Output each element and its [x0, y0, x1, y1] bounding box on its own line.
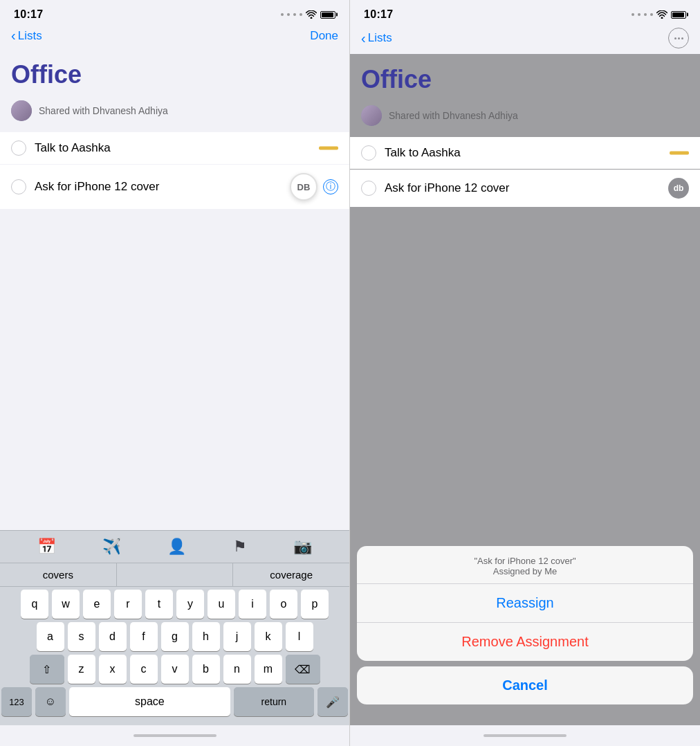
key-h[interactable]: h	[192, 622, 220, 651]
key-e[interactable]: e	[83, 590, 111, 619]
status-time-right: 10:17	[364, 8, 393, 21]
signal-dot-r1	[632, 13, 634, 16]
avatar-initials-right: db	[674, 183, 684, 193]
task-avatar-db-left[interactable]: DB	[290, 173, 317, 201]
task-checkbox-1-left[interactable]	[11, 140, 26, 156]
wifi-icon-right	[656, 10, 667, 19]
signal-dot-r4	[650, 13, 653, 16]
key-mic[interactable]: 🎤	[317, 687, 348, 716]
key-q[interactable]: q	[21, 590, 48, 619]
key-l[interactable]: l	[286, 622, 313, 651]
signal-dot3	[293, 13, 296, 16]
keyboard-tool-location[interactable]: ✈️	[102, 538, 121, 556]
key-i[interactable]: i	[239, 590, 266, 619]
keyboard-tool-person[interactable]: 👤	[167, 538, 186, 556]
key-shift[interactable]: ⇧	[30, 655, 64, 684]
task-checkbox-2-left[interactable]	[11, 179, 26, 194]
status-bar-right: 10:17	[350, 0, 700, 25]
key-s[interactable]: s	[68, 622, 95, 651]
more-dot-1	[674, 37, 676, 39]
list-title-right: Office	[350, 65, 700, 94]
task-yellow-bar-left	[319, 147, 338, 150]
key-u[interactable]: u	[208, 590, 235, 619]
signal-dot-r2	[638, 13, 641, 16]
signal-dot4	[300, 13, 302, 16]
autocomplete-coverage[interactable]: coverage	[233, 563, 349, 586]
key-b[interactable]: b	[192, 655, 220, 684]
more-dot-2	[678, 37, 680, 39]
key-d[interactable]: d	[99, 622, 127, 651]
reassign-button[interactable]: Reassign	[357, 584, 693, 623]
more-dot-3	[681, 37, 683, 39]
remove-assignment-button[interactable]: Remove Assignment	[357, 623, 693, 661]
wifi-icon	[306, 10, 317, 19]
status-time-left: 10:17	[14, 8, 43, 21]
done-button[interactable]: Done	[310, 29, 338, 43]
key-o[interactable]: o	[270, 590, 297, 619]
home-indicator-left	[0, 725, 349, 746]
task-item-1-right[interactable]: Talk to Aashka	[350, 137, 700, 169]
avatar-image-right	[361, 105, 382, 126]
keyboard-tool-calendar[interactable]: 📅	[37, 538, 56, 556]
autocomplete-bar: covers coverage	[0, 563, 349, 587]
right-panel: 10:17 ‹ Lists	[350, 0, 700, 746]
shared-text-right: Shared with Dhvanesh Adhiya	[389, 110, 518, 121]
key-g[interactable]: g	[161, 622, 189, 651]
back-button-left[interactable]: ‹ Lists	[11, 28, 42, 44]
key-k[interactable]: k	[255, 622, 282, 651]
left-panel: 10:17 ‹ Lists Done Office	[0, 0, 350, 746]
back-label-right: Lists	[368, 31, 392, 45]
keyboard-tool-camera[interactable]: 📷	[293, 538, 312, 556]
task-item-1-left[interactable]: Talk to Aashka	[0, 132, 349, 164]
task-item-2-right[interactable]: Ask for iPhone 12 cover db	[350, 170, 700, 207]
status-icons-right	[632, 10, 686, 19]
key-t[interactable]: t	[145, 590, 173, 619]
key-n[interactable]: n	[223, 655, 251, 684]
back-label-left: Lists	[18, 29, 42, 43]
key-row-4: 123 ☺ space return 🎤	[1, 687, 348, 716]
key-c[interactable]: c	[130, 655, 158, 684]
task-label-1-right: Talk to Aashka	[385, 146, 689, 160]
autocomplete-covers[interactable]: covers	[0, 563, 117, 586]
key-x[interactable]: x	[99, 655, 127, 684]
nav-bar-left: ‹ Lists Done	[0, 25, 349, 49]
avatar-initials-left: DB	[297, 182, 311, 192]
keyboard: q w e r t y u i o p a s d f g h j k l ⇧ …	[0, 587, 349, 725]
key-p[interactable]: p	[301, 590, 329, 619]
task-item-2-left[interactable]: Ask for iPhone 12 cover DB ⓘ	[0, 165, 349, 209]
info-icon-left[interactable]: ⓘ	[323, 179, 338, 194]
signal-dot-r3	[644, 13, 647, 16]
cancel-button[interactable]: Cancel	[357, 666, 693, 704]
task-avatar-db-right[interactable]: db	[668, 178, 689, 199]
key-z[interactable]: z	[68, 655, 95, 684]
key-j[interactable]: j	[223, 622, 251, 651]
task-checkbox-1-right[interactable]	[361, 145, 376, 161]
action-sheet-main: "Ask for iPhone 12 cover" Assigned by Me…	[357, 546, 693, 661]
key-space[interactable]: space	[69, 687, 230, 716]
task-label-1-left: Talk to Aashka	[35, 141, 338, 155]
key-a[interactable]: a	[37, 622, 64, 651]
key-row-1: q w e r t y u i o p	[1, 590, 348, 619]
back-button-right[interactable]: ‹ Lists	[361, 30, 392, 46]
key-return[interactable]: return	[234, 687, 314, 716]
key-y[interactable]: y	[176, 590, 204, 619]
home-bar-left	[133, 734, 217, 737]
shared-avatar-left	[11, 100, 32, 121]
shared-avatar-right	[361, 105, 382, 126]
key-emoji[interactable]: ☺	[35, 687, 66, 716]
keyboard-tool-flag[interactable]: ⚑	[233, 538, 247, 556]
shared-row-left: Shared with Dhvanesh Adhiya	[0, 96, 349, 125]
more-button-right[interactable]	[668, 28, 689, 48]
key-v[interactable]: v	[161, 655, 189, 684]
key-f[interactable]: f	[130, 622, 158, 651]
key-m[interactable]: m	[255, 655, 282, 684]
task-yellow-bar-right	[670, 152, 689, 155]
content-left: Office Shared with Dhvanesh Adhiya Talk …	[0, 49, 349, 530]
key-w[interactable]: w	[52, 590, 80, 619]
key-delete[interactable]: ⌫	[286, 655, 320, 684]
key-123[interactable]: 123	[1, 687, 32, 716]
chevron-left-icon: ‹	[11, 28, 16, 44]
list-title-left: Office	[0, 60, 349, 89]
task-checkbox-2-right[interactable]	[361, 181, 376, 196]
key-r[interactable]: r	[114, 590, 142, 619]
